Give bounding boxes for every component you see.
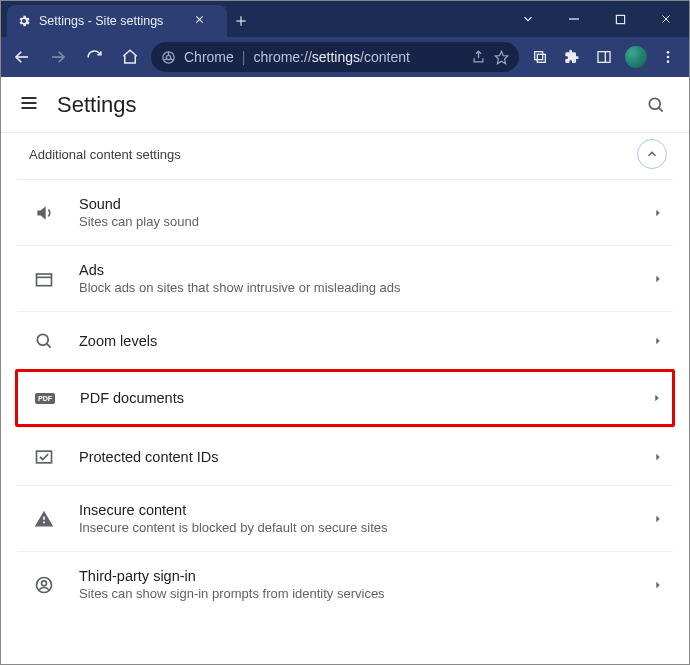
page-title: Settings — [57, 92, 137, 118]
warning-icon — [31, 509, 57, 529]
row-title: PDF documents — [80, 390, 652, 406]
home-button[interactable] — [115, 42, 145, 72]
sound-icon — [31, 203, 57, 223]
protected-content-icon — [31, 447, 57, 467]
row-title: Third-party sign-in — [79, 568, 653, 584]
window-controls — [505, 1, 689, 37]
svg-marker-41 — [656, 581, 659, 588]
row-zoom-levels[interactable]: Zoom levels — [17, 311, 673, 369]
row-third-party-sign-in[interactable]: Third-party sign-in Sites can show sign-… — [17, 551, 673, 617]
row-protected-content-ids[interactable]: Protected content IDs — [17, 427, 673, 485]
browser-tab[interactable]: Settings - Site settings — [7, 5, 227, 37]
close-window-button[interactable] — [643, 4, 689, 34]
content: Additional content settings Sound Sites … — [1, 133, 689, 647]
collections-icon — [532, 49, 548, 65]
minimize-icon — [568, 13, 580, 25]
chevron-right-icon — [652, 389, 662, 407]
svg-point-40 — [42, 580, 47, 585]
row-subtitle: Block ads on sites that show intrusive o… — [79, 280, 653, 295]
window-dropdown-button[interactable] — [505, 4, 551, 34]
close-icon — [660, 13, 672, 25]
section-header-label: Additional content settings — [29, 147, 181, 162]
collections-button[interactable] — [525, 42, 555, 72]
row-title: Ads — [79, 262, 653, 278]
svg-line-27 — [659, 107, 663, 111]
row-title: Insecure content — [79, 502, 653, 518]
settings-appbar: Settings — [1, 77, 689, 133]
browser-toolbar: Chrome | chrome://settings/content — [1, 37, 689, 77]
settings-search-button[interactable] — [641, 90, 671, 120]
row-ads[interactable]: Ads Block ads on sites that show intrusi… — [17, 245, 673, 311]
omnibox-prefix: Chrome — [184, 49, 234, 65]
minimize-button[interactable] — [551, 4, 597, 34]
chevron-down-icon — [521, 12, 535, 26]
chevron-up-icon — [645, 147, 659, 161]
zoom-icon — [31, 331, 57, 351]
reload-button[interactable] — [79, 42, 109, 72]
row-title: Protected content IDs — [79, 449, 653, 465]
back-button[interactable] — [7, 42, 37, 72]
chevron-right-icon — [653, 448, 663, 466]
row-subtitle: Sites can play sound — [79, 214, 653, 229]
chevron-right-icon — [653, 576, 663, 594]
svg-marker-28 — [656, 209, 659, 216]
chevron-right-icon — [653, 510, 663, 528]
search-icon — [646, 95, 666, 115]
close-icon — [194, 14, 205, 25]
row-sound[interactable]: Sound Sites can play sound — [17, 179, 673, 245]
arrow-right-icon — [49, 48, 67, 66]
row-pdf-documents[interactable]: PDF PDF documents — [15, 369, 675, 427]
gear-icon — [17, 14, 31, 28]
forward-button[interactable] — [43, 42, 73, 72]
svg-point-26 — [649, 98, 660, 109]
window-titlebar: Settings - Site settings — [1, 1, 689, 37]
menu-button[interactable] — [653, 42, 683, 72]
svg-marker-38 — [656, 515, 659, 522]
avatar-icon — [625, 46, 647, 68]
svg-point-20 — [667, 51, 670, 54]
svg-rect-5 — [616, 15, 624, 23]
svg-rect-36 — [37, 451, 52, 463]
row-insecure-content[interactable]: Insecure content Insecure content is blo… — [17, 485, 673, 551]
account-icon — [31, 575, 57, 595]
row-subtitle: Sites can show sign-in prompts from iden… — [79, 586, 653, 601]
svg-line-13 — [164, 58, 167, 60]
svg-point-22 — [667, 60, 670, 63]
arrow-left-icon — [13, 48, 31, 66]
extensions-button[interactable] — [557, 42, 587, 72]
new-tab-button[interactable] — [227, 5, 255, 37]
puzzle-icon — [564, 49, 580, 65]
maximize-button[interactable] — [597, 4, 643, 34]
svg-rect-16 — [535, 52, 543, 60]
close-tab-button[interactable] — [190, 14, 217, 28]
svg-rect-18 — [598, 52, 610, 63]
kebab-icon — [660, 49, 676, 65]
home-icon — [121, 48, 139, 66]
side-panel-icon — [596, 49, 612, 65]
svg-marker-15 — [495, 51, 508, 64]
svg-marker-31 — [656, 275, 659, 282]
chevron-right-icon — [653, 204, 663, 222]
row-title: Sound — [79, 196, 653, 212]
svg-marker-37 — [656, 453, 659, 460]
ads-icon — [31, 269, 57, 289]
pdf-icon: PDF — [32, 393, 58, 404]
share-icon[interactable] — [471, 50, 486, 65]
side-panel-button[interactable] — [589, 42, 619, 72]
omnibox-url: chrome://settings/content — [253, 49, 463, 65]
maximize-icon — [615, 14, 626, 25]
profile-button[interactable] — [621, 42, 651, 72]
svg-rect-29 — [37, 274, 52, 286]
chevron-right-icon — [653, 270, 663, 288]
plus-icon — [234, 14, 248, 28]
chevron-right-icon — [653, 332, 663, 350]
collapse-button[interactable] — [637, 139, 667, 169]
settings-menu-button[interactable] — [19, 93, 39, 117]
bookmark-star-icon[interactable] — [494, 50, 509, 65]
svg-point-21 — [667, 56, 670, 59]
section-header: Additional content settings — [17, 133, 673, 179]
svg-marker-34 — [656, 337, 659, 344]
address-bar[interactable]: Chrome | chrome://settings/content — [151, 42, 519, 72]
content-scroll[interactable]: Additional content settings Sound Sites … — [1, 133, 689, 664]
svg-marker-35 — [655, 395, 658, 402]
